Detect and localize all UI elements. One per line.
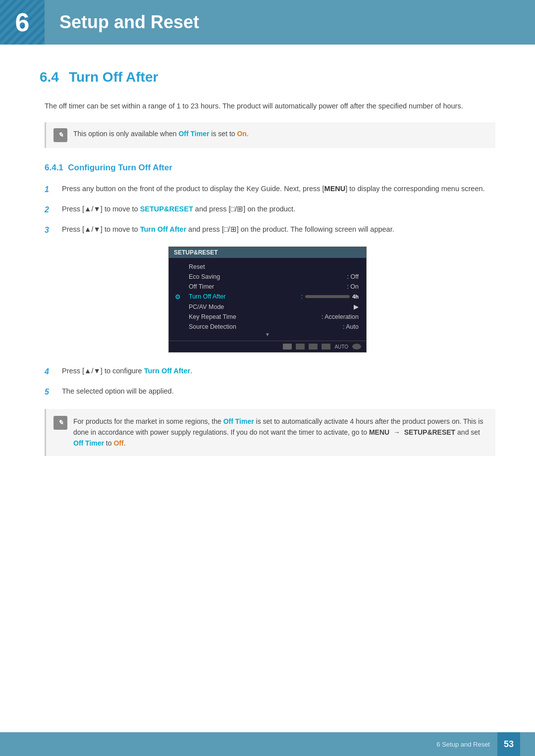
osd-row-source: Source Detection : Auto xyxy=(169,322,366,332)
step-1-text: Press any button on the front of the pro… xyxy=(62,183,495,195)
note1-highlight2: On xyxy=(237,130,246,138)
osd-bar-label: 4h xyxy=(352,294,359,300)
footer-text: 6 Setup and Reset xyxy=(436,741,490,748)
osd-footer-auto-label: AUTO xyxy=(334,344,348,350)
step-3-text: Press [▲/▼] to move to Turn Off After an… xyxy=(62,223,495,236)
osd-label-offtimer: Off Timer xyxy=(189,283,347,290)
step-2-text: Press [▲/▼] to move to SETUP&RESET and p… xyxy=(62,203,495,215)
note-text-2: For products for the market in some regi… xyxy=(73,416,488,449)
main-content: 6.4 Turn Off After The off timer can be … xyxy=(0,45,535,496)
osd-scroll-down: ▼ xyxy=(169,332,366,338)
osd-icon-prev xyxy=(283,344,292,350)
section-title: Turn Off After xyxy=(69,69,158,85)
subsection-number: 6.4.1 xyxy=(45,163,63,172)
osd-row-eco: Eco Saving : Off xyxy=(169,272,366,282)
note1-mid: is set to xyxy=(209,130,237,138)
osd-value-turnoffafter: : 4h xyxy=(301,293,359,300)
step-1-number: 1 xyxy=(45,183,59,196)
step-1: 1 Press any button on the front of the p… xyxy=(45,183,495,196)
osd-body: Reset Eco Saving : Off Off Timer : On ⚙ … xyxy=(169,258,366,341)
osd-label-pcav: PC/AV Mode xyxy=(189,303,354,310)
step-2: 2 Press [▲/▼] to move to SETUP&RESET and… xyxy=(45,203,495,216)
step-3-number: 3 xyxy=(45,223,59,237)
note2-setupreset: SETUP&RESET xyxy=(404,428,455,436)
header-banner: 6 Setup and Reset xyxy=(0,0,535,45)
subsection-title: Configuring Turn Off After xyxy=(68,163,172,172)
step2-highlight1: SETUP&RESET xyxy=(140,205,193,213)
osd-label-reset: Reset xyxy=(189,263,359,270)
step-5-text: The selected option will be applied. xyxy=(62,385,495,398)
osd-titlebar: SETUP&RESET xyxy=(169,247,366,258)
body-text: The off timer can be set within a range … xyxy=(40,100,495,112)
step-5: 5 The selected option will be applied. xyxy=(45,385,495,399)
note2-offtimer2: Off Timer xyxy=(73,439,104,447)
gear-icon: ⚙ xyxy=(175,293,181,301)
section-heading: 6.4 Turn Off After xyxy=(40,69,495,85)
osd-row-reset: Reset xyxy=(169,262,366,272)
step-2-number: 2 xyxy=(45,203,59,216)
step-4-number: 4 xyxy=(45,365,59,378)
section-number: 6.4 xyxy=(40,69,59,85)
osd-footer: AUTO xyxy=(169,341,366,352)
page-number: 53 xyxy=(497,732,520,756)
step-4: 4 Press [▲/▼] to configure Turn Off Afte… xyxy=(45,365,495,378)
step-4-text: Press [▲/▼] to configure Turn Off After. xyxy=(62,365,495,377)
osd-value-pcav: ▶ xyxy=(354,303,359,310)
subsection-heading: 6.4.1 Configuring Turn Off After xyxy=(45,163,495,173)
note2-offtimer1: Off Timer xyxy=(223,417,254,425)
page-footer: 6 Setup and Reset 53 xyxy=(0,732,535,756)
chapter-number-box: 6 xyxy=(0,0,45,45)
osd-icon-power xyxy=(352,344,361,350)
note1-suffix: . xyxy=(247,130,249,138)
osd-row-turnoffafter: ⚙ Turn Off After : 4h xyxy=(169,292,366,302)
osd-row-keyrepeat: Key Repeat Time : Acceleration xyxy=(169,312,366,322)
steps-list: 1 Press any button on the front of the p… xyxy=(45,183,495,237)
note-box-2: ✎ For products for the market in some re… xyxy=(45,409,495,456)
osd-value-source: : Auto xyxy=(343,323,359,330)
osd-screenshot: SETUP&RESET Reset Eco Saving : Off Off T… xyxy=(168,247,367,353)
note2-off: Off xyxy=(113,439,123,447)
note1-prefix: This option is only available when xyxy=(73,130,178,138)
note1-highlight1: Off Timer xyxy=(178,130,209,138)
note-box-1: ✎ This option is only available when Off… xyxy=(45,122,495,148)
step4-highlight1: Turn Off After xyxy=(144,367,190,375)
note-text-1: This option is only available when Off T… xyxy=(73,128,249,139)
note-icon-2: ✎ xyxy=(54,416,67,430)
steps-4-5-list: 4 Press [▲/▼] to configure Turn Off Afte… xyxy=(45,365,495,399)
osd-row-offtimer: Off Timer : On xyxy=(169,282,366,292)
osd-value-eco: : Off xyxy=(347,273,359,280)
step-5-number: 5 xyxy=(45,385,59,399)
step3-highlight1: Turn Off After xyxy=(140,225,186,233)
osd-icon-enter xyxy=(321,344,330,350)
step-3: 3 Press [▲/▼] to move to Turn Off After … xyxy=(45,223,495,237)
osd-row-pcav: PC/AV Mode ▶ xyxy=(169,302,366,312)
osd-label-keyrepeat: Key Repeat Time xyxy=(189,313,321,320)
osd-label-eco: Eco Saving xyxy=(189,273,347,280)
osd-label-source: Source Detection xyxy=(189,323,343,330)
osd-value-offtimer: : On xyxy=(347,283,359,290)
osd-label-turnoffafter: Turn Off After xyxy=(189,293,301,300)
osd-value-keyrepeat: : Acceleration xyxy=(321,313,359,320)
note-icon-1: ✎ xyxy=(54,128,67,142)
note2-menu: MENU xyxy=(369,428,389,436)
chapter-number: 6 xyxy=(15,7,30,37)
chapter-title: Setup and Reset xyxy=(59,12,199,33)
osd-icon-minus xyxy=(296,344,305,350)
osd-bar-track xyxy=(305,295,350,298)
osd-icon-plus xyxy=(309,344,318,350)
